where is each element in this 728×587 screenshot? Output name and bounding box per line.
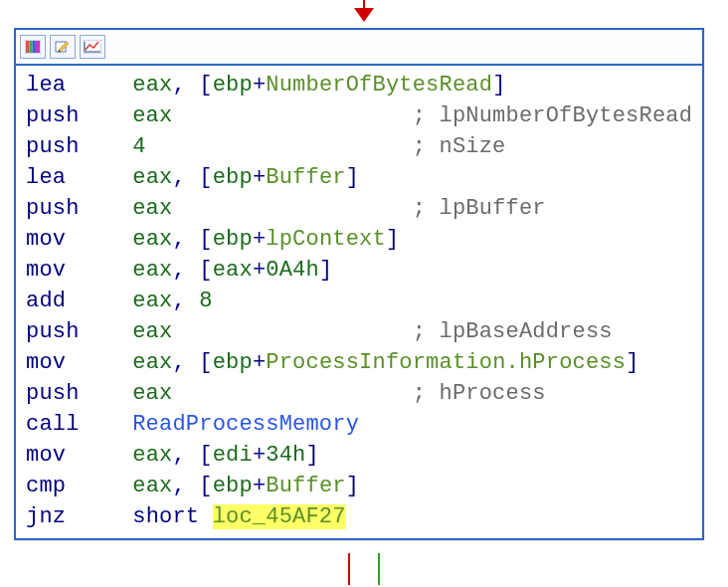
- asm-ident: lpContext: [266, 227, 386, 252]
- asm-reg: eax: [132, 196, 172, 221]
- asm-reg: eax: [132, 443, 172, 468]
- asm-reg: ebp: [213, 474, 253, 498]
- mnemonic: jnz: [26, 504, 66, 529]
- asm-ident: loc_45AF27: [213, 504, 346, 529]
- asm-line[interactable]: lea eax, [ebp+NumberOfBytesRead]: [26, 70, 692, 100]
- asm-reg: eax: [213, 258, 253, 283]
- asm-reg: eax: [132, 227, 172, 252]
- mnemonic: push: [26, 381, 80, 406]
- asm-punc: +: [253, 227, 266, 252]
- asm-punc: +: [253, 350, 266, 375]
- asm-line[interactable]: push eax ; lpNumberOfBytesRead: [26, 100, 692, 131]
- mnemonic: mov: [26, 227, 66, 252]
- asm-reg: eax: [132, 350, 172, 375]
- asm-line[interactable]: add eax, 8: [26, 286, 692, 316]
- mnemonic: mov: [26, 350, 66, 375]
- mnemonic: call: [26, 412, 80, 437]
- asm-line[interactable]: push eax ; lpBuffer: [26, 193, 692, 224]
- asm-reg: eax: [132, 319, 172, 344]
- outgoing-edges: [324, 553, 404, 587]
- false-edge: [348, 553, 350, 585]
- asm-comment: ; lpBuffer: [413, 196, 546, 221]
- asm-ident: ProcessInformation.hProcess: [266, 350, 626, 375]
- asm-punc: , [: [172, 350, 212, 375]
- asm-punc: ]: [306, 443, 319, 468]
- asm-punc: ]: [386, 227, 399, 252]
- mnemonic: lea: [26, 73, 66, 98]
- asm-punc: , [: [172, 474, 212, 498]
- asm-punc: , [: [172, 73, 212, 98]
- mnemonic: mov: [26, 258, 66, 283]
- asm-num: 8: [199, 289, 212, 313]
- asm-reg: eax: [132, 474, 172, 498]
- palette-icon[interactable]: [20, 35, 46, 59]
- svg-rect-2: [29, 41, 32, 53]
- asm-line[interactable]: mov eax, [ebp+lpContext]: [26, 224, 692, 255]
- mnemonic: push: [26, 196, 80, 221]
- asm-reg: eax: [132, 103, 172, 128]
- true-edge: [378, 553, 380, 585]
- asm-punc: , [: [172, 227, 212, 252]
- mnemonic: add: [26, 289, 66, 313]
- asm-reg: edi: [213, 443, 253, 468]
- asm-line[interactable]: push 4 ; nSize: [26, 131, 692, 162]
- asm-reg: eax: [132, 289, 172, 313]
- arrowhead-down-icon: [354, 8, 374, 22]
- asm-reg: ebp: [213, 227, 253, 252]
- asm-line[interactable]: push eax ; hProcess: [26, 378, 692, 409]
- asm-ident: NumberOfBytesRead: [266, 73, 492, 98]
- mnemonic: lea: [26, 165, 66, 190]
- asm-num: 0A4h: [266, 258, 319, 283]
- asm-punc: ]: [626, 350, 638, 375]
- asm-line[interactable]: lea eax, [ebp+Buffer]: [26, 162, 692, 193]
- graph-canvas[interactable]: lea eax, [ebp+NumberOfBytesRead]push eax…: [0, 0, 728, 587]
- edge-stem: [363, 0, 365, 8]
- asm-punc: , [: [172, 443, 212, 468]
- edit-icon[interactable]: [50, 35, 76, 59]
- asm-line[interactable]: mov eax, [ebp+ProcessInformation.hProces…: [26, 347, 692, 378]
- incoming-edge: [354, 0, 374, 22]
- disassembly-listing[interactable]: lea eax, [ebp+NumberOfBytesRead]push eax…: [16, 66, 702, 538]
- svg-rect-4: [36, 41, 40, 53]
- asm-line[interactable]: push eax ; lpBaseAddress: [26, 316, 692, 347]
- mnemonic: push: [26, 103, 80, 128]
- asm-reg: eax: [132, 73, 172, 98]
- asm-comment: ; lpNumberOfBytesRead: [413, 103, 692, 128]
- asm-punc: +: [253, 474, 266, 498]
- asm-reg: eax: [132, 381, 172, 406]
- mnemonic: mov: [26, 443, 66, 468]
- asm-punc: , [: [172, 258, 212, 283]
- svg-rect-3: [33, 41, 36, 53]
- asm-line[interactable]: cmp eax, [ebp+Buffer]: [26, 471, 692, 501]
- asm-line[interactable]: jnz short loc_45AF27: [26, 501, 692, 532]
- asm-punc: ]: [319, 258, 332, 283]
- mnemonic: push: [26, 319, 80, 344]
- asm-line[interactable]: call ReadProcessMemory: [26, 409, 692, 440]
- asm-reg: ebp: [213, 165, 253, 190]
- asm-reg: ebp: [213, 350, 253, 375]
- asm-comment: ; nSize: [413, 134, 506, 159]
- asm-punc: +: [253, 73, 266, 98]
- node-toolbar: [16, 30, 702, 66]
- asm-call: ReadProcessMemory: [132, 412, 359, 437]
- asm-punc: +: [253, 165, 266, 190]
- asm-punc: , [: [172, 165, 212, 190]
- asm-punc: +: [253, 443, 266, 468]
- asm-reg: eax: [132, 165, 172, 190]
- asm-punc: ]: [492, 73, 505, 98]
- asm-line[interactable]: mov eax, [eax+0A4h]: [26, 255, 692, 286]
- asm-reg: ebp: [213, 73, 253, 98]
- asm-punc: ]: [346, 474, 359, 498]
- chart-icon[interactable]: [80, 35, 105, 59]
- asm-line[interactable]: mov eax, [edi+34h]: [26, 440, 692, 471]
- svg-rect-1: [26, 41, 29, 53]
- asm-num: 4: [132, 134, 145, 159]
- asm-ident: Buffer: [266, 165, 345, 190]
- asm-ident: Buffer: [266, 474, 345, 498]
- asm-num: 34h: [266, 443, 305, 468]
- asm-punc: ]: [346, 165, 359, 190]
- asm-punc: +: [253, 258, 266, 283]
- asm-punc: ,: [172, 289, 199, 313]
- mnemonic: push: [26, 134, 80, 159]
- basic-block-node[interactable]: lea eax, [ebp+NumberOfBytesRead]push eax…: [14, 28, 704, 540]
